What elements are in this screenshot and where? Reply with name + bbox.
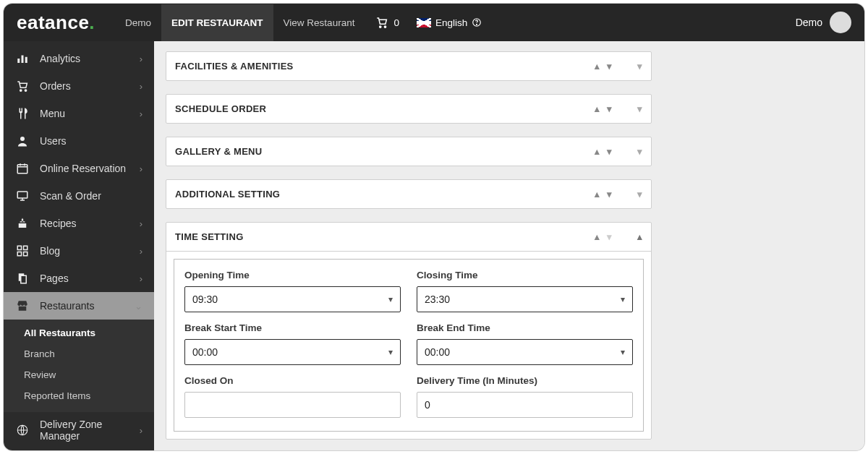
brand-dot-icon: . [89, 12, 95, 33]
svg-rect-10 [17, 165, 27, 174]
panel-facilities: FACILITIES & AMENITIES ▴ ▾ ▾ [166, 51, 652, 81]
sidebar-item-label: Scan & Order [40, 190, 142, 202]
nav-view-restaurant[interactable]: View Restaurant [273, 4, 365, 41]
sidebar-item-label: Menu [40, 108, 129, 119]
sidebar-item-label: Analytics [40, 53, 129, 64]
top-nav: Demo EDIT RESTAURANT View Restaurant 0 E… [115, 4, 489, 41]
chevron-right-icon: › [140, 273, 142, 284]
sidebar-sub-reported-items[interactable]: Reported Items [4, 385, 154, 406]
chevron-down-icon[interactable]: ▾ [607, 189, 612, 200]
delivery-time-input[interactable]: 0 [417, 392, 633, 418]
sidebar-item-label: Delivery Zone Manager [40, 419, 129, 442]
panel-title: ADDITIONAL SETTING [175, 189, 595, 200]
sidebar-item-delivery-zone[interactable]: Delivery Zone Manager › [4, 412, 154, 448]
grid-icon [15, 244, 30, 258]
sidebar-item-label: Pages [40, 273, 129, 284]
nav-demo[interactable]: Demo [115, 4, 161, 41]
uk-flag-icon [417, 18, 431, 27]
nav-edit-restaurant[interactable]: EDIT RESTAURANT [161, 4, 273, 41]
sidebar-submenu-restaurants: All Restaurants Branch Review Reported I… [4, 320, 154, 412]
caret-down-icon[interactable]: ▾ [637, 189, 642, 200]
cart-icon [15, 79, 30, 93]
svg-rect-6 [25, 57, 27, 63]
panel-additional-setting: ADDITIONAL SETTING ▴ ▾ ▾ [166, 179, 652, 209]
chevron-up-icon[interactable]: ▴ [595, 103, 600, 114]
monitor-icon [15, 189, 30, 203]
cart-icon [375, 16, 389, 29]
sidebar-item-label: Recipes [40, 218, 129, 229]
chevron-down-icon: ▾ [388, 294, 393, 304]
sidebar-item-pages[interactable]: Pages › [4, 265, 154, 292]
language-selector[interactable]: English [409, 17, 489, 28]
closing-time-select[interactable]: 23:30 ▾ [417, 286, 633, 312]
sidebar-item-online-reservation[interactable]: Online Reservation › [4, 155, 154, 182]
svg-rect-15 [24, 252, 27, 256]
store-icon [15, 299, 30, 313]
panel-header[interactable]: SCHEDULE ORDER ▴ ▾ ▾ [166, 95, 651, 123]
panel-title: SCHEDULE ORDER [175, 103, 595, 114]
closed-on-label: Closed On [184, 375, 401, 386]
panel-time-setting: TIME SETTING ▴ ▾ ▴ Opening Time [166, 222, 652, 440]
chevron-right-icon: › [140, 53, 142, 64]
break-start-value: 00:00 [192, 346, 218, 358]
chevron-up-icon[interactable]: ▴ [595, 231, 600, 242]
chevron-down-icon[interactable]: ▾ [607, 146, 612, 157]
sidebar-item-media[interactable]: Media › [4, 448, 154, 450]
caret-down-icon[interactable]: ▾ [637, 146, 642, 157]
globe-icon [15, 423, 30, 437]
closing-time-value: 23:30 [425, 294, 450, 305]
sidebar-item-orders[interactable]: Orders › [4, 72, 154, 100]
chevron-down-icon: ▾ [621, 347, 625, 357]
svg-rect-11 [17, 192, 27, 198]
chevron-up-icon[interactable]: ▴ [595, 146, 600, 157]
chevron-right-icon: › [140, 163, 142, 174]
sidebar-item-blog[interactable]: Blog › [4, 237, 154, 265]
chevron-down-icon: ⌄ [135, 301, 142, 312]
sidebar-sub-all-restaurants[interactable]: All Restaurants [4, 322, 154, 343]
caret-down-icon[interactable]: ▾ [637, 61, 642, 72]
sidebar-item-label: Users [40, 135, 142, 147]
svg-point-1 [385, 26, 386, 27]
chevron-down-icon[interactable]: ▾ [607, 61, 612, 72]
sidebar-item-label: Restaurants [40, 300, 124, 312]
panel-header[interactable]: FACILITIES & AMENITIES ▴ ▾ ▾ [166, 52, 651, 80]
cake-icon [15, 216, 30, 231]
chevron-down-icon[interactable]: ▾ [607, 103, 612, 114]
utensils-icon [15, 106, 30, 121]
caret-down-icon[interactable]: ▾ [637, 103, 642, 114]
chevron-down-icon[interactable]: ▾ [607, 231, 612, 242]
break-end-label: Break End Time [417, 322, 633, 333]
caret-up-icon[interactable]: ▴ [637, 231, 642, 242]
break-start-select[interactable]: 00:00 ▾ [184, 339, 401, 365]
sidebar-item-label: Online Reservation [40, 163, 129, 174]
panel-header[interactable]: GALLERY & MENU ▴ ▾ ▾ [166, 137, 651, 166]
closed-on-input[interactable] [184, 392, 401, 418]
language-label: English [435, 17, 467, 28]
user-label: Demo [796, 17, 822, 28]
svg-rect-17 [21, 275, 27, 283]
panel-gallery-menu: GALLERY & MENU ▴ ▾ ▾ [166, 137, 652, 166]
panel-title: GALLERY & MENU [175, 146, 595, 157]
sidebar-sub-review[interactable]: Review [4, 364, 154, 385]
avatar [830, 12, 851, 33]
calendar-icon [15, 161, 30, 176]
break-end-select[interactable]: 00:00 ▾ [417, 339, 633, 365]
sidebar-sub-branch[interactable]: Branch [4, 343, 154, 364]
sidebar-item-menu[interactable]: Menu › [4, 100, 154, 127]
opening-time-label: Opening Time [184, 270, 401, 280]
svg-rect-4 [17, 59, 20, 63]
main-content: FACILITIES & AMENITIES ▴ ▾ ▾ SCHEDULE OR… [154, 41, 864, 450]
sidebar-item-recipes[interactable]: Recipes › [4, 210, 154, 237]
sidebar-item-users[interactable]: Users [4, 127, 154, 155]
sidebar-item-analytics[interactable]: Analytics › [4, 41, 154, 72]
panel-header[interactable]: ADDITIONAL SETTING ▴ ▾ ▾ [166, 180, 651, 208]
opening-time-select[interactable]: 09:30 ▾ [184, 286, 401, 312]
sidebar-item-scan-order[interactable]: Scan & Order [4, 182, 154, 210]
chevron-up-icon[interactable]: ▴ [595, 61, 600, 72]
panel-header[interactable]: TIME SETTING ▴ ▾ ▴ [166, 223, 651, 251]
user-menu[interactable]: Demo [796, 12, 851, 33]
cart-button[interactable]: 0 [365, 16, 409, 29]
brand-name: eatance [17, 12, 89, 33]
chevron-up-icon[interactable]: ▴ [595, 189, 600, 200]
sidebar-item-restaurants[interactable]: Restaurants ⌄ [4, 292, 154, 320]
